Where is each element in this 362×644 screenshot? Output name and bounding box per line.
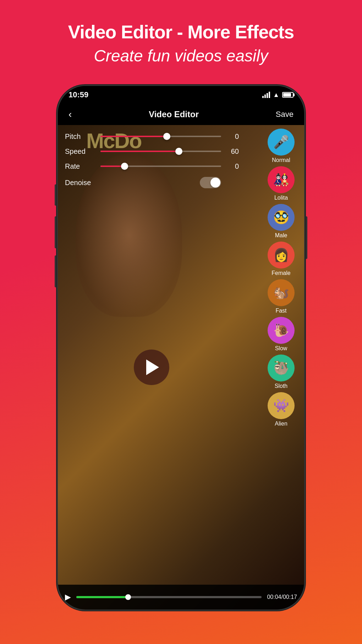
play-icon xyxy=(146,359,159,375)
time-display: 00:04/00:17 xyxy=(267,594,297,600)
effect-alien-label: Alien xyxy=(275,421,287,427)
play-button[interactable] xyxy=(134,350,169,385)
save-button[interactable]: Save xyxy=(276,110,294,119)
bottom-progress-bar: ▶ 00:04/00:17 xyxy=(58,585,304,610)
phone-frame: 10:59 ▲ ‹ Video Editor xyxy=(57,85,305,611)
alien-icon: 👾 xyxy=(273,398,289,413)
controls-overlay: Pitch 0 Speed xyxy=(58,125,246,195)
status-icons: ▲ xyxy=(262,91,294,99)
nav-bar: ‹ Video Editor Save xyxy=(58,104,304,125)
male-icon: 🥸 xyxy=(273,210,289,225)
rate-row: Rate 0 xyxy=(65,162,239,171)
denoise-toggle[interactable] xyxy=(200,177,221,188)
effect-normal-label: Normal xyxy=(272,157,290,163)
denoise-label: Denoise xyxy=(65,179,97,187)
effects-sidebar: 🎤 Normal 🎎 Lolita 🥸 xyxy=(258,125,304,610)
rate-label: Rate xyxy=(65,162,97,171)
effect-normal[interactable]: 🎤 Normal xyxy=(268,129,295,163)
back-button[interactable]: ‹ xyxy=(68,109,72,120)
fast-icon: 🐿️ xyxy=(273,285,289,300)
video-progress[interactable] xyxy=(76,596,262,598)
slow-icon: 🐌 xyxy=(273,323,289,338)
phone-device: 10:59 ▲ ‹ Video Editor xyxy=(57,85,305,611)
effect-slow-label: Slow xyxy=(275,345,287,352)
effect-fast[interactable]: 🐿️ Fast xyxy=(268,279,295,314)
effect-alien[interactable]: 👾 Alien xyxy=(268,392,295,427)
mic-icon: 🎤 xyxy=(273,135,289,150)
effect-slow[interactable]: 🐌 Slow xyxy=(268,317,295,352)
effect-female-label: Female xyxy=(272,270,290,276)
pitch-row: Pitch 0 xyxy=(65,132,239,141)
page-subtitle: Create fun videos easily xyxy=(68,46,294,65)
play-button-small[interactable]: ▶ xyxy=(65,592,71,602)
nav-title: Video Editor xyxy=(149,109,199,119)
effect-female[interactable]: 👩 Female xyxy=(268,242,295,276)
status-time: 10:59 xyxy=(68,90,88,99)
wifi-icon: ▲ xyxy=(273,91,279,99)
page-title: Video Editor - More Effects xyxy=(68,21,294,43)
power-button xyxy=(305,216,307,259)
pitch-value: 0 xyxy=(225,132,239,141)
pitch-slider[interactable] xyxy=(100,132,221,141)
speed-value: 60 xyxy=(225,147,239,156)
rate-slider[interactable] xyxy=(100,162,221,171)
speed-slider[interactable] xyxy=(100,147,221,156)
effect-fast-label: Fast xyxy=(275,308,286,314)
main-content: McDo Pitch 0 xyxy=(58,125,304,610)
female-icon: 👩 xyxy=(273,248,289,263)
speed-label: Speed xyxy=(65,147,97,156)
sloth-icon: 🦥 xyxy=(273,361,289,375)
rate-value: 0 xyxy=(225,162,239,171)
effect-sloth[interactable]: 🦥 Sloth xyxy=(268,355,295,389)
effect-lolita-label: Lolita xyxy=(274,195,288,201)
status-bar: 10:59 ▲ xyxy=(58,86,304,104)
effect-lolita[interactable]: 🎎 Lolita xyxy=(268,166,295,201)
phone-screen: 10:59 ▲ ‹ Video Editor xyxy=(58,86,304,610)
effect-sloth-label: Sloth xyxy=(275,383,287,389)
denoise-row: Denoise xyxy=(65,177,239,188)
effect-male-label: Male xyxy=(275,232,287,239)
battery-icon xyxy=(282,92,294,98)
speed-row: Speed 60 xyxy=(65,147,239,156)
lolita-icon: 🎎 xyxy=(273,172,289,187)
signal-icon xyxy=(262,92,270,98)
pitch-label: Pitch xyxy=(65,132,97,141)
effect-male[interactable]: 🥸 Male xyxy=(268,204,295,239)
